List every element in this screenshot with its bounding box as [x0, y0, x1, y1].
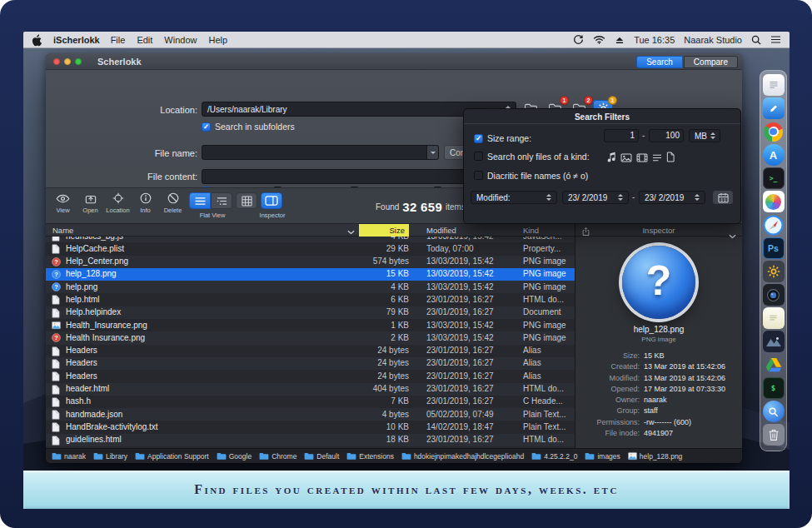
size-to-input[interactable]: 100 — [649, 129, 684, 142]
menu-account[interactable]: Naarak Studio — [684, 35, 742, 45]
scherlokk-icon[interactable] — [763, 401, 785, 422]
preview-icon[interactable] — [763, 331, 785, 352]
date-from-input[interactable]: 23/ 2/2019 — [562, 191, 629, 204]
path-item[interactable]: images — [585, 452, 620, 461]
table-row[interactable]: HelpCache.plist29 KBToday, 07:00Property… — [46, 242, 575, 255]
inspector-toggle-button[interactable] — [261, 192, 282, 209]
table-row[interactable]: ?help_128.png15 KB13/03/2019, 15:42PNG i… — [46, 268, 575, 281]
iterm-icon[interactable]: $ — [763, 377, 785, 399]
separator — [464, 123, 740, 124]
path-item[interactable]: Extensions — [346, 452, 394, 461]
svg-text:?: ? — [54, 283, 58, 291]
minimize-button[interactable] — [64, 58, 71, 65]
file-content-input[interactable] — [202, 169, 466, 184]
menu-help[interactable]: Help — [208, 35, 227, 45]
grid-view-button[interactable] — [236, 192, 257, 209]
history-icon[interactable] — [573, 34, 584, 45]
table-row[interactable]: Headers24 bytes23/01/2019, 16:27Alias — [46, 357, 575, 370]
kind-filter-checkbox[interactable]: Search only files of a kind: — [474, 152, 590, 162]
textedit-icon[interactable] — [763, 74, 785, 96]
gdrive-icon[interactable] — [763, 354, 785, 376]
automator-icon[interactable] — [763, 261, 785, 282]
size-unit-select[interactable]: MB — [689, 129, 720, 142]
terminal-icon[interactable]: >_ — [763, 167, 785, 189]
column-header-name[interactable]: Name — [52, 224, 73, 237]
table-row[interactable]: header.html404 bytes23/01/2019, 16:27HTM… — [46, 383, 575, 396]
notification-center-icon[interactable] — [770, 35, 781, 44]
table-row[interactable]: HandBrake-activitylog.txt10 KB14/02/2019… — [46, 421, 575, 433]
menu-file[interactable]: File — [111, 35, 126, 45]
table-row[interactable]: Health_Insurance.png1 KB13/03/2019, 15:4… — [46, 319, 575, 331]
diacritic-checkbox[interactable]: Diacritic file names (ó ≠ o) — [474, 171, 588, 181]
table-row[interactable]: ?Health Insurance.png2 KB13/03/2019, 15:… — [46, 331, 575, 344]
safari-icon[interactable] — [763, 214, 785, 236]
compare-mode-button[interactable]: Compare — [684, 56, 738, 68]
stickies-icon[interactable] — [763, 307, 785, 329]
info-button[interactable]: Info — [133, 192, 157, 214]
column-header-kind[interactable]: Kind — [523, 224, 539, 237]
svg-text:?: ? — [54, 258, 58, 266]
apple-menu-icon[interactable] — [32, 34, 42, 47]
table-row[interactable]: guidelines.html18 KB23/01/2019, 16:27HTM… — [46, 434, 575, 446]
location-button[interactable]: Location — [106, 192, 130, 214]
file-name-input[interactable] — [202, 145, 439, 160]
table-row[interactable]: handmade.json4 bytes05/02/2019, 07:49Pla… — [46, 408, 575, 421]
collapse-chevron-icon[interactable] — [729, 227, 736, 242]
menu-edit[interactable]: Edit — [137, 35, 152, 45]
menu-window[interactable]: Window — [164, 35, 197, 45]
path-item[interactable]: Chrome — [259, 452, 296, 461]
search-mode-button[interactable]: Search — [636, 56, 683, 68]
path-item[interactable]: naarak — [52, 452, 86, 461]
column-header-modified[interactable]: Modified — [426, 224, 456, 237]
appstore-icon[interactable]: A — [763, 144, 785, 166]
table-row[interactable]: Headers24 bytes23/01/2019, 16:27Alias — [46, 370, 575, 382]
photoshop-icon[interactable]: Ps — [763, 237, 785, 259]
path-item[interactable]: help_128.png — [628, 451, 683, 461]
table-row[interactable]: hash.h7 KB23/01/2019, 16:27C Heade... — [46, 396, 575, 408]
table-row[interactable]: help.html6 KB23/01/2019, 16:27HTML do... — [46, 293, 575, 306]
title-bar[interactable]: Scherlokk Search Compare — [46, 53, 742, 70]
table-row[interactable]: Help.helpindex79 KB23/01/2019, 16:27Docu… — [46, 306, 575, 319]
menu-clock[interactable]: Tue 16:35 — [634, 35, 675, 45]
inspector-field: Opened:17 Mar 2019 at 07:33:30 — [575, 384, 740, 395]
path-item[interactable]: Application Support — [135, 452, 209, 461]
location-label: Location: — [96, 105, 197, 115]
table-row[interactable]: ?help.png4 KB13/03/2019, 15:42PNG image — [46, 281, 575, 293]
table-row[interactable]: ?Help_Center.png574 bytes13/03/2019, 15:… — [46, 256, 575, 268]
checkbox-icon — [474, 134, 483, 143]
subfolders-checkbox[interactable]: Search in subfolders — [202, 122, 295, 132]
camera-icon[interactable] — [763, 284, 785, 306]
open-button[interactable]: Open — [78, 192, 102, 214]
date-to-input[interactable]: 23/ 2/2019 — [639, 191, 705, 204]
tree-view-button[interactable] — [211, 192, 232, 209]
path-item[interactable]: Default — [304, 452, 339, 461]
image-file-icon — [628, 451, 637, 461]
spotlight-search-icon[interactable] — [751, 35, 761, 45]
file-icon — [52, 371, 61, 381]
pages-icon[interactable] — [763, 97, 785, 119]
view-button[interactable]: View — [51, 192, 75, 214]
trash-icon[interactable] — [763, 424, 785, 446]
app-menu-title[interactable]: iScherlokk — [53, 35, 100, 45]
size-range-checkbox[interactable]: Size range: — [474, 133, 531, 143]
share-icon[interactable] — [582, 225, 590, 240]
photos-icon[interactable] — [763, 191, 785, 212]
wifi-icon[interactable] — [593, 35, 605, 44]
path-item[interactable]: 4.25.2.2_0 — [531, 452, 577, 461]
window-title: Scherlokk — [97, 57, 142, 67]
eject-icon[interactable] — [615, 36, 625, 44]
table-row[interactable]: Headers24 bytes23/01/2019, 16:27Alias — [46, 345, 575, 357]
table-row[interactable]: heuristics_bg.js4 KB13/03/2019, 15:42Jav… — [46, 237, 575, 242]
chrome-icon[interactable] — [763, 121, 785, 142]
close-button[interactable] — [53, 58, 60, 65]
delete-button[interactable]: Delete — [161, 192, 185, 214]
path-item[interactable]: hdokiejnpimakedhajhdlcegeplioahd — [401, 452, 524, 461]
zoom-button[interactable] — [75, 58, 82, 65]
path-item[interactable]: Google — [217, 452, 252, 461]
size-from-input[interactable]: 1 — [604, 129, 639, 142]
calendar-button[interactable] — [712, 190, 734, 205]
modified-select[interactable]: Modified: — [471, 191, 557, 204]
flat-view-button[interactable] — [189, 192, 211, 209]
path-item[interactable]: Library — [93, 452, 127, 461]
column-header-size[interactable]: Size — [359, 224, 409, 237]
